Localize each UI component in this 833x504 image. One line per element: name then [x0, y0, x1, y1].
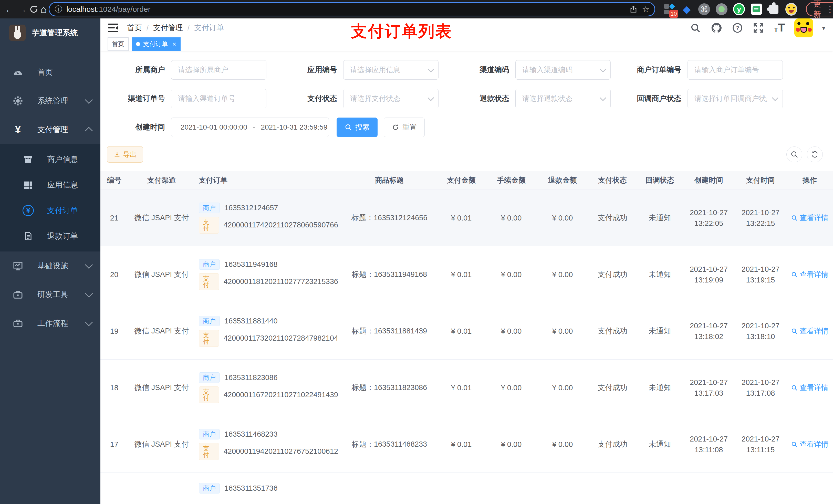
cell-order: 商户 1635311468233 支付 42000011942021102767… [195, 425, 342, 463]
header-search-icon[interactable] [689, 22, 701, 34]
extensions-puzzle-icon[interactable] [769, 5, 779, 14]
top-navbar: 首页 / 支付管理 / 支付订单 支付订单列表 ? [100, 19, 833, 38]
sidebar-item-pay-order[interactable]: ¥ 支付订单 [0, 198, 100, 223]
field-callback-status: 回调商户状态 [617, 89, 789, 108]
bookmark-star-icon[interactable]: ☆ [642, 4, 649, 14]
search-button[interactable]: 搜索 [337, 118, 378, 137]
cell-title: 标题：1635311881439 [342, 326, 437, 336]
sidebar-item-devtools[interactable]: 研发工具 [0, 280, 100, 309]
sidebar-item-app-info[interactable]: 应用信息 [0, 172, 100, 198]
table-row[interactable]: 19 微信 JSAPI 支付 商户 1635311881440 支付 42000… [100, 303, 833, 360]
avatar-caret-icon[interactable]: ▾ [822, 24, 825, 32]
cell-create-time: 2021-10-2713:18:02 [683, 320, 735, 342]
fullscreen-icon[interactable] [752, 22, 765, 34]
sidebar-logo[interactable]: 芋道管理系统 [0, 19, 100, 47]
view-detail-link[interactable]: 查看详情 [791, 213, 828, 223]
reload-button[interactable] [29, 1, 39, 17]
breadcrumb-pay[interactable]: 支付管理 [153, 23, 183, 33]
table-row[interactable]: 18 微信 JSAPI 支付 商户 1635311823086 支付 42000… [100, 360, 833, 416]
sidebar-item-infra[interactable]: 基础设施 [0, 251, 100, 280]
breadcrumb-home[interactable]: 首页 [127, 23, 142, 33]
search-icon [791, 441, 798, 448]
share-icon[interactable] [629, 5, 638, 14]
extensions-row: 10 ◆ ⌘ y [663, 3, 797, 15]
user-avatar[interactable] [794, 19, 813, 38]
callback-status-select[interactable] [688, 89, 783, 108]
toggle-search-button[interactable] [786, 146, 802, 162]
sidebar-item-merchant-info[interactable]: 商户信息 [0, 146, 100, 172]
field-refund-status: 退款状态 [445, 89, 617, 108]
cell-notify-status: 未通知 [637, 213, 683, 223]
command-extension-icon[interactable]: ⌘ [698, 3, 710, 15]
sidebar-item-home[interactable]: 首页 [0, 58, 100, 87]
sidebar-item-workflow[interactable]: 工作流程 [0, 309, 100, 338]
sidebar-item-pay[interactable]: ¥ 支付管理 [0, 115, 100, 144]
cell-id: 17 [100, 440, 128, 449]
profile-emoji-icon[interactable] [785, 3, 797, 16]
close-icon[interactable]: × [172, 40, 176, 48]
merchant-order-no-input[interactable] [688, 61, 783, 79]
sidebar-item-system[interactable]: 系统管理 [0, 87, 100, 115]
github-icon[interactable] [710, 22, 722, 34]
sidebar: 芋道管理系统 首页 系统管理 ¥ 支付管 [0, 19, 100, 504]
reset-button[interactable]: 重置 [384, 118, 425, 137]
back-button[interactable]: ← [5, 1, 15, 17]
pay-tag: 支付 [199, 217, 219, 234]
help-icon[interactable]: ? [731, 22, 744, 34]
cell-amount: ¥ 0.01 [437, 270, 486, 279]
table-row[interactable]: 21 微信 JSAPI 支付 商户 1635312124657 支付 42000… [100, 190, 833, 246]
cell-order: 商户 1635311881440 支付 42000011732021102728… [195, 312, 342, 350]
logo-image [9, 25, 26, 41]
sidebar-toggle-icon[interactable] [108, 24, 118, 32]
chevron-down-icon [85, 261, 93, 269]
cell-channel: 微信 JSAPI 支付 [128, 326, 195, 336]
filter-form: 所属商户 应用编号 渠道编码 商户订单编号 [100, 51, 833, 137]
cell-amount: ¥ 0.01 [437, 327, 486, 335]
site-info-icon[interactable]: ⓘ [54, 4, 62, 15]
view-detail-link[interactable]: 查看详情 [791, 439, 828, 449]
forward-button[interactable]: → [17, 1, 27, 17]
refund-status-select[interactable] [516, 89, 611, 108]
y-extension-icon[interactable]: y [733, 3, 745, 15]
app-select[interactable] [343, 61, 438, 79]
channel-code-select[interactable] [516, 61, 611, 79]
map-pin-extension-icon[interactable]: ◆ [681, 3, 693, 15]
pay-status-select[interactable] [343, 89, 438, 108]
grid-icon [22, 180, 35, 190]
tag-home[interactable]: 首页 [108, 38, 128, 51]
table-toolbar: 导出 [100, 146, 833, 163]
merchant-input[interactable] [171, 61, 266, 79]
table-row[interactable]: 17 微信 JSAPI 支付 商户 1635311468233 支付 42000… [100, 416, 833, 473]
search-icon [791, 384, 798, 391]
cell-title: 标题：1635311949168 [342, 269, 437, 280]
view-detail-link[interactable]: 查看详情 [791, 383, 828, 392]
table-row[interactable]: 20 微信 JSAPI 支付 商户 1635311949168 支付 42000… [100, 246, 833, 303]
tag-pay-order[interactable]: 支付订单 × [132, 38, 181, 51]
chat-extension-icon[interactable] [751, 4, 762, 15]
table-row-partial[interactable]: 商户 1635311351736 [100, 473, 833, 504]
refresh-table-button[interactable] [807, 146, 823, 162]
table-body: 21 微信 JSAPI 支付 商户 1635312124657 支付 42000… [100, 190, 833, 504]
view-detail-link[interactable]: 查看详情 [791, 326, 828, 336]
home-button[interactable]: ⌂ [41, 1, 47, 17]
cell-title: 标题：1635312124656 [342, 213, 437, 223]
sidebar-item-refund-order[interactable]: 退款订单 [0, 223, 100, 249]
font-size-icon[interactable]: TT [773, 22, 786, 34]
gear-icon [12, 96, 24, 106]
url-bar[interactable]: ⓘ localhost:1024/pay/order ☆ [49, 2, 655, 16]
channel-order-no-input[interactable] [171, 89, 266, 108]
cell-action: 查看详情 [786, 439, 833, 450]
export-button[interactable]: 导出 [107, 146, 143, 163]
chevron-down-icon [85, 289, 93, 297]
field-merchant-order-no: 商户订单编号 [617, 60, 789, 80]
dot-extension-icon[interactable] [716, 3, 728, 15]
view-detail-link[interactable]: 查看详情 [791, 270, 828, 280]
orders-table: 编号 支付渠道 支付订单 商品标题 支付金额 手续金额 退款金额 支付状态 回调… [100, 171, 833, 504]
search-icon [790, 150, 799, 159]
cell-title: 标题：1635311468233 [342, 439, 437, 450]
sketch-extension-icon[interactable]: 10 [663, 3, 675, 15]
browser-menu-icon[interactable]: ⋮ [826, 4, 833, 14]
browser-update-button[interactable]: 更新 ⋮ [806, 2, 833, 16]
date-range-picker[interactable]: 2021-10-01 00:00:00 - 2021-10-31 23:59:5… [171, 118, 329, 137]
cell-fee: ¥ 0.00 [486, 440, 537, 449]
